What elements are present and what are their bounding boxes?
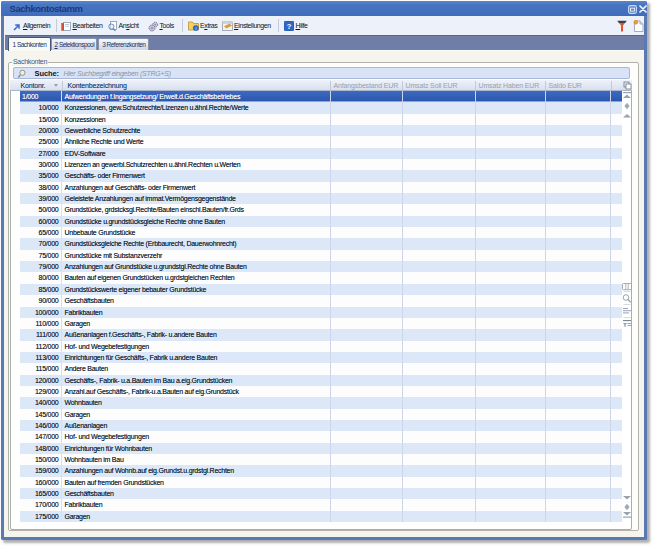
svg-text:?: ? bbox=[286, 22, 291, 31]
